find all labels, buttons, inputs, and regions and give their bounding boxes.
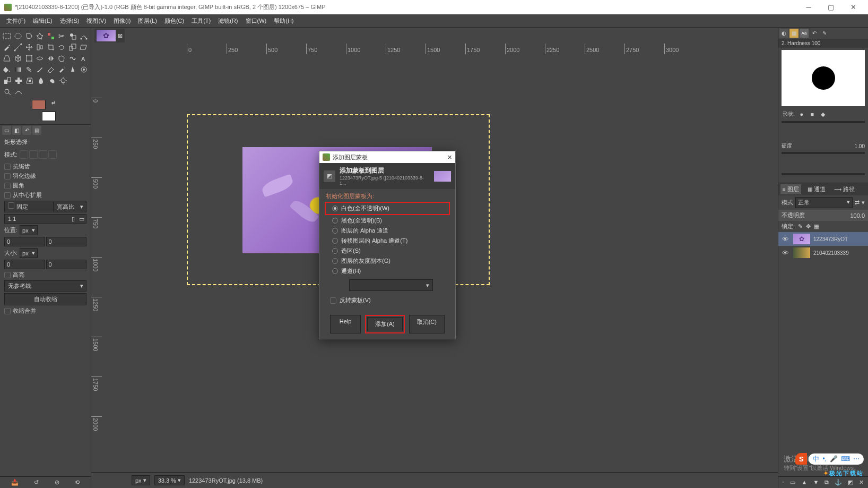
- brush-preview[interactable]: [782, 50, 865, 106]
- merge-layer-icon[interactable]: ⚓: [835, 479, 842, 486]
- highlight-check[interactable]: [4, 272, 11, 278]
- menu-select[interactable]: 选择(S): [57, 15, 83, 27]
- new-layer-icon[interactable]: ▫: [783, 479, 785, 486]
- minimize-button[interactable]: ─: [798, 1, 819, 14]
- menu-layer[interactable]: 图层(L): [135, 15, 160, 27]
- layer-mode-select[interactable]: 正常▾: [795, 197, 853, 208]
- crop-tool[interactable]: [46, 42, 56, 52]
- scissors-tool[interactable]: ✂: [57, 31, 67, 41]
- bucket-fill-tool[interactable]: [2, 64, 12, 74]
- shear-tool[interactable]: [79, 42, 89, 52]
- radio-icon[interactable]: [332, 248, 338, 254]
- aspect-slider[interactable]: [782, 173, 865, 175]
- visibility-icon[interactable]: 👁: [780, 249, 790, 257]
- tab-paths[interactable]: ⟿路径: [832, 184, 857, 194]
- unified-transform-tool[interactable]: [24, 53, 34, 63]
- shape-diamond-icon[interactable]: ◆: [819, 110, 827, 118]
- rotate-tool[interactable]: [57, 42, 67, 52]
- align-tool[interactable]: [35, 42, 45, 52]
- radio-icon[interactable]: [332, 258, 338, 264]
- options-restore-icon[interactable]: ↺: [34, 479, 39, 486]
- clone-tool[interactable]: [2, 75, 12, 85]
- pos-y-input[interactable]: [46, 237, 87, 246]
- rtab-fonts[interactable]: Aa: [800, 29, 809, 38]
- ime-kbd-icon[interactable]: ⌨: [841, 455, 850, 463]
- ellipse-select-tool[interactable]: [13, 31, 23, 41]
- radio-gray[interactable]: 图层的灰度副本(G): [326, 256, 449, 266]
- delete-layer-icon[interactable]: ✕: [859, 479, 864, 486]
- move-tool[interactable]: [24, 42, 34, 52]
- gradient-tool[interactable]: [13, 64, 23, 74]
- radio-alpha[interactable]: 图层的 Alpha 通道: [326, 226, 449, 236]
- by-color-select-tool[interactable]: [46, 31, 56, 41]
- measure-tool[interactable]: [13, 42, 23, 52]
- smudge-tool[interactable]: [47, 75, 57, 85]
- fixed-check[interactable]: [8, 202, 14, 209]
- rtab-history[interactable]: ↶: [810, 29, 819, 38]
- aspect-dropdown-icon[interactable]: ▾: [77, 203, 86, 210]
- image-tab[interactable]: ⊠: [94, 29, 125, 42]
- add-button[interactable]: 添加(A): [367, 317, 403, 331]
- visibility-icon[interactable]: 👁: [780, 235, 790, 243]
- menu-tools[interactable]: 工具(T): [188, 15, 214, 27]
- ink-tool[interactable]: [68, 64, 78, 74]
- size-h-input[interactable]: [46, 260, 87, 269]
- image-tab-close-icon[interactable]: ⊠: [118, 32, 123, 39]
- foreground-select-tool[interactable]: [68, 31, 78, 41]
- options-save-icon[interactable]: 📥: [11, 479, 19, 486]
- menu-filters[interactable]: 滤镜(R): [215, 15, 241, 27]
- tab-undo-history[interactable]: ↶: [22, 126, 31, 135]
- handle-transform-tool[interactable]: [35, 53, 45, 63]
- position-unit[interactable]: px▾: [20, 225, 38, 235]
- swap-colors-icon[interactable]: ⇄: [51, 100, 56, 105]
- raise-layer-icon[interactable]: ▲: [801, 479, 807, 486]
- flip-tool[interactable]: [46, 53, 56, 63]
- eraser-tool[interactable]: [46, 64, 56, 74]
- new-group-icon[interactable]: ▭: [790, 479, 795, 486]
- perspective-tool[interactable]: [2, 53, 12, 63]
- radio-white[interactable]: 白色(全不透明)(W): [326, 203, 449, 213]
- radio-selection[interactable]: 选区(S): [326, 246, 449, 256]
- cage-tool[interactable]: [57, 53, 67, 63]
- guides-select[interactable]: 无参考线: [5, 281, 77, 291]
- ime-punct-icon[interactable]: •,: [822, 455, 827, 463]
- expand-center-check[interactable]: [4, 192, 11, 199]
- text-tool-icon[interactable]: A: [79, 53, 89, 63]
- pos-x-input[interactable]: [4, 237, 45, 246]
- rounded-check[interactable]: [4, 183, 11, 189]
- autoshrink-button[interactable]: 自动收缩: [4, 293, 86, 305]
- options-delete-icon[interactable]: ⊘: [55, 479, 59, 486]
- shape-square-icon[interactable]: ■: [809, 110, 816, 118]
- free-select-tool[interactable]: [24, 31, 34, 41]
- mode-replace[interactable]: [20, 150, 28, 159]
- invert-check[interactable]: [330, 297, 336, 304]
- radio-icon[interactable]: [332, 218, 338, 224]
- fg-bg-colors[interactable]: ⇄: [32, 100, 56, 121]
- close-button[interactable]: ✕: [843, 1, 864, 14]
- mode-intersect[interactable]: [48, 150, 57, 159]
- duplicate-layer-icon[interactable]: ⧉: [824, 479, 829, 486]
- paintbrush-tool[interactable]: [35, 64, 45, 74]
- perspective-clone-tool[interactable]: [24, 75, 34, 85]
- transform-3d-tool[interactable]: [13, 53, 23, 63]
- tab-tool-options[interactable]: ▭: [2, 126, 11, 135]
- status-unit[interactable]: px▾: [132, 475, 150, 485]
- options-reset-icon[interactable]: ⟲: [75, 479, 80, 486]
- dialog-close-icon[interactable]: ✕: [447, 154, 452, 161]
- rtab-editor[interactable]: ✎: [820, 29, 829, 38]
- layer-item[interactable]: 👁 210402103339: [778, 246, 868, 260]
- radio-channel[interactable]: 通道(H): [326, 266, 449, 276]
- menu-edit[interactable]: 编辑(E): [30, 15, 56, 27]
- radius-slider[interactable]: [782, 121, 865, 123]
- menu-view[interactable]: 视图(V): [83, 15, 109, 27]
- dodge-tool[interactable]: [58, 75, 68, 85]
- dialog-titlebar[interactable]: 添加图层蒙板 ✕: [319, 151, 455, 163]
- maximize-button[interactable]: ▢: [820, 1, 841, 14]
- shrink-merged-check[interactable]: [4, 308, 11, 314]
- size-unit[interactable]: px▾: [20, 248, 38, 258]
- ime-cn-icon[interactable]: 中: [813, 455, 819, 464]
- ratio-landscape-icon[interactable]: ▭: [77, 216, 86, 222]
- mask-layer-icon[interactable]: ◩: [848, 479, 853, 486]
- tab-images[interactable]: ▤: [32, 126, 41, 135]
- rtab-patterns[interactable]: ▦: [789, 29, 798, 38]
